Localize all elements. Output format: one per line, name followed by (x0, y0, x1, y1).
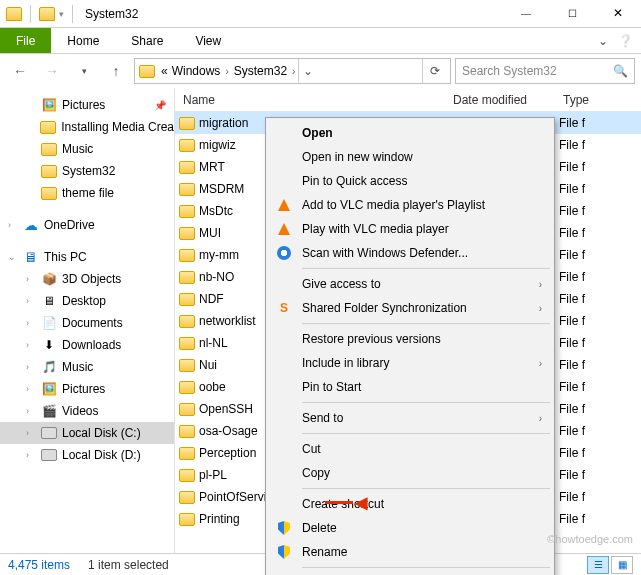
menu-vlc-add[interactable]: Add to VLC media player's Playlist (268, 193, 552, 217)
menu-pin-quick-access[interactable]: Pin to Quick access (268, 169, 552, 193)
folder-icon (179, 117, 195, 130)
defender-icon (277, 246, 291, 260)
back-button[interactable]: ← (6, 58, 34, 84)
sidebar-item-locald[interactable]: ›Local Disk (D:) (0, 444, 174, 466)
menu-properties[interactable]: Properties (268, 571, 552, 575)
file-type: File f (555, 468, 641, 482)
minimize-button[interactable]: — (503, 0, 549, 28)
sidebar-item-thispc[interactable]: ⌄🖥This PC (0, 246, 174, 268)
menu-rename[interactable]: Rename (268, 540, 552, 564)
refresh-button[interactable]: ⟳ (422, 59, 446, 83)
menu-copy[interactable]: Copy (268, 461, 552, 485)
folder-icon (179, 447, 195, 460)
sidebar-item-pictures2[interactable]: ›🖼️Pictures (0, 378, 174, 400)
file-type: File f (555, 314, 641, 328)
tab-share[interactable]: Share (115, 28, 179, 53)
sidebar-item-desktop[interactable]: ›🖥Desktop (0, 290, 174, 312)
file-type: File f (555, 490, 641, 504)
breadcrumb-system32[interactable]: System32 (232, 64, 289, 78)
menu-open-new-window[interactable]: Open in new window (268, 145, 552, 169)
folder-icon (179, 183, 195, 196)
folder-icon (179, 381, 195, 394)
address-bar[interactable]: « Windows › System32 › ⌄ ⟳ (134, 58, 451, 84)
shield-icon (278, 545, 290, 559)
forward-button[interactable]: → (38, 58, 66, 84)
sidebar-item-music2[interactable]: ›🎵Music (0, 356, 174, 378)
sidebar-item-installing[interactable]: Installing Media Crea (0, 116, 174, 138)
tab-view[interactable]: View (179, 28, 237, 53)
folder-icon (179, 403, 195, 416)
sidebar-item-system32[interactable]: System32 (0, 160, 174, 182)
ribbon-tabs: File Home Share View ⌄ ❔ (0, 28, 641, 54)
menu-pin-start[interactable]: Pin to Start (268, 375, 552, 399)
breadcrumb-prefix[interactable]: « (159, 64, 170, 78)
view-details-button[interactable]: ☰ (587, 556, 609, 574)
menu-defender-scan[interactable]: Scan with Windows Defender... (268, 241, 552, 265)
file-type: File f (555, 336, 641, 350)
tab-file[interactable]: File (0, 28, 51, 53)
view-icons-button[interactable]: ▦ (611, 556, 633, 574)
sidebar-item-videos[interactable]: ›🎬Videos (0, 400, 174, 422)
menu-open[interactable]: Open (268, 121, 552, 145)
sidebar-item-pictures[interactable]: 🖼️Pictures📌 (0, 94, 174, 116)
menu-restore-versions[interactable]: Restore previous versions (268, 327, 552, 351)
sidebar-item-downloads[interactable]: ›⬇Downloads (0, 334, 174, 356)
menu-send-to[interactable]: Send to› (268, 406, 552, 430)
folder-icon (179, 469, 195, 482)
watermark: ©howtoedge.com (547, 533, 633, 545)
column-date[interactable]: Date modified (445, 93, 555, 107)
file-type: File f (555, 358, 641, 372)
menu-vlc-play[interactable]: Play with VLC media player (268, 217, 552, 241)
up-button[interactable]: ↑ (102, 58, 130, 84)
ribbon-collapse-icon[interactable]: ⌄ ❔ (598, 28, 641, 53)
address-dropdown-icon[interactable]: ⌄ (298, 59, 316, 83)
file-type: File f (555, 248, 641, 262)
column-headers[interactable]: Name Date modified Type (175, 88, 641, 112)
search-input[interactable]: Search System32 🔍 (455, 58, 635, 84)
sidebar-item-onedrive[interactable]: ›☁OneDrive (0, 214, 174, 236)
menu-give-access[interactable]: Give access to› (268, 272, 552, 296)
disk-icon (41, 427, 57, 439)
folder-icon (179, 205, 195, 218)
menu-create-shortcut[interactable]: Create shortcut (268, 492, 552, 516)
thispc-icon: 🖥 (22, 249, 40, 265)
file-type: File f (555, 226, 641, 240)
menu-include-library[interactable]: Include in library› (268, 351, 552, 375)
file-type: File f (555, 380, 641, 394)
menu-cut[interactable]: Cut (268, 437, 552, 461)
tab-home[interactable]: Home (51, 28, 115, 53)
folder-icon (179, 359, 195, 372)
chevron-right-icon[interactable]: › (289, 66, 298, 77)
close-button[interactable]: ✕ (595, 0, 641, 28)
qat-overflow-icon[interactable]: ▾ (59, 9, 64, 19)
file-type: File f (555, 204, 641, 218)
app-folder-icon (6, 7, 22, 21)
menu-shared-sync[interactable]: SShared Folder Synchronization› (268, 296, 552, 320)
column-type[interactable]: Type (555, 93, 641, 107)
qat-folder-icon[interactable] (39, 7, 55, 21)
chevron-right-icon: › (539, 303, 542, 314)
breadcrumb-windows[interactable]: Windows (170, 64, 223, 78)
context-menu: Open Open in new window Pin to Quick acc… (265, 117, 555, 575)
search-icon[interactable]: 🔍 (613, 64, 628, 78)
sidebar-item-music[interactable]: Music (0, 138, 174, 160)
folder-icon (179, 337, 195, 350)
sidebar-item-theme[interactable]: theme file (0, 182, 174, 204)
file-type: File f (555, 402, 641, 416)
menu-delete[interactable]: Delete (268, 516, 552, 540)
maximize-button[interactable]: ☐ (549, 0, 595, 28)
file-type: File f (555, 424, 641, 438)
disk-icon (41, 449, 57, 461)
vlc-icon (278, 199, 290, 211)
file-type: File f (555, 292, 641, 306)
file-type: File f (555, 160, 641, 174)
vlc-icon (278, 223, 290, 235)
column-name[interactable]: Name (175, 93, 445, 107)
chevron-right-icon[interactable]: › (222, 66, 231, 77)
recent-dropdown-icon[interactable]: ▾ (70, 58, 98, 84)
sidebar-item-localc[interactable]: ›Local Disk (C:) (0, 422, 174, 444)
navigation-pane: 🖼️Pictures📌 Installing Media Crea Music … (0, 88, 175, 553)
chevron-right-icon: › (539, 358, 542, 369)
sidebar-item-3dobjects[interactable]: ›📦3D Objects (0, 268, 174, 290)
sidebar-item-documents[interactable]: ›📄Documents (0, 312, 174, 334)
